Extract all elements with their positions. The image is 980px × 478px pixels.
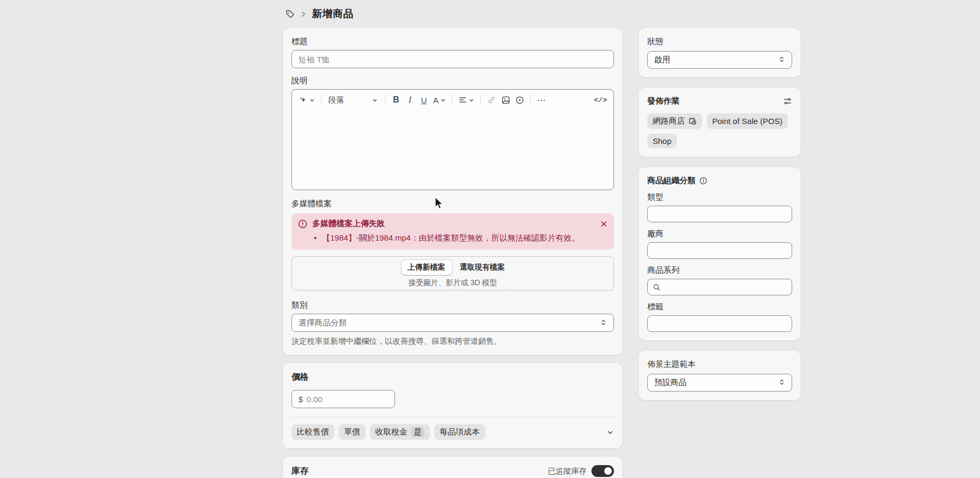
insert-video-button[interactable] (513, 92, 526, 107)
charge-tax-label: 收取稅金 (375, 427, 407, 437)
inventory-card: 庫存 已追蹤庫存 (283, 457, 623, 478)
alignment-button[interactable] (456, 92, 477, 107)
more-options-button[interactable]: ⋯ (535, 92, 548, 107)
description-label: 說明 (291, 76, 614, 86)
media-label: 多媒體檔案 (291, 199, 614, 209)
title-input[interactable] (291, 50, 614, 68)
price-card: 價格 $ 比較售價 單價 收取稅金 是 每品項成本 (283, 363, 623, 448)
tags-label: 標籤 (647, 302, 792, 312)
toolbar-divider (385, 95, 385, 105)
side-column: 狀態 啟用 發佈作業 網路商店 (639, 28, 801, 400)
schedule-icon (689, 117, 697, 125)
theme-template-label: 佈景主題範本 (647, 359, 792, 370)
track-inventory-label: 已追蹤庫存 (548, 466, 587, 476)
organization-card: 商品組織分類 類型 廠商 商品系列 (639, 167, 801, 341)
status-value: 啟用 (654, 55, 670, 65)
paragraph-style-label: 段落 (328, 95, 344, 105)
image-icon (501, 96, 510, 105)
charge-tax-chip[interactable]: 收取稅金 是 (370, 424, 430, 440)
sliders-icon[interactable] (783, 97, 792, 106)
underline-button[interactable]: U (417, 92, 431, 107)
price-header: 價格 (291, 372, 614, 383)
toolbar-divider (480, 95, 481, 105)
track-inventory-toggle[interactable] (591, 465, 614, 477)
select-chevrons-icon (778, 55, 785, 64)
chevron-down-icon (372, 97, 378, 103)
inventory-header: 庫存 (291, 466, 309, 477)
product-info-card: 標題 說明 段落 B I U (283, 28, 623, 355)
theme-template-value: 預設商品 (654, 378, 686, 388)
collections-input[interactable] (647, 279, 792, 295)
toolbar-divider (321, 95, 321, 105)
compare-at-price-chip[interactable]: 比較售價 (291, 424, 334, 440)
divider (290, 417, 615, 417)
publishing-card: 發佈作業 網路商店 Point of Sale (POS) Shop (639, 88, 801, 157)
insert-image-button[interactable] (499, 92, 513, 107)
info-icon[interactable] (699, 177, 707, 185)
title-label: 標題 (291, 37, 614, 47)
media-error-detail-text: 【1984】-關於1984.mp4：由於檔案類型無效，所以無法確認影片有效。 (322, 233, 580, 243)
text-color-button[interactable]: A (431, 92, 448, 107)
bold-button[interactable]: B (389, 92, 403, 107)
media-dropzone[interactable]: 上傳新檔案 選取現有檔案 接受圖片、影片或 3D 模型 (291, 256, 614, 291)
chevron-down-icon (440, 97, 446, 103)
price-field[interactable]: $ (291, 390, 395, 408)
description-textarea[interactable] (292, 110, 613, 190)
select-chevrons-icon (778, 378, 785, 387)
chevron-right-icon (300, 11, 307, 18)
type-label: 類型 (647, 192, 792, 202)
editor-toolbar: 段落 B I U A (292, 90, 613, 110)
status-label: 狀態 (647, 37, 792, 47)
paragraph-style-dropdown[interactable]: 段落 (325, 92, 381, 107)
channel-shop-chip[interactable]: Shop (647, 134, 677, 148)
category-select[interactable]: 選擇商品分類 (291, 314, 614, 332)
select-chevrons-icon (600, 318, 607, 328)
code-view-button[interactable]: </> (592, 92, 609, 107)
italic-button[interactable]: I (403, 92, 417, 107)
rich-text-editor: 段落 B I U A (291, 89, 614, 190)
media-error-detail: • 【1984】-關於1984.mp4：由於檔案類型無效，所以無法確認影片有效。 (314, 233, 608, 243)
upload-new-file-button[interactable]: 上傳新檔案 (401, 259, 452, 276)
toolbar-divider (530, 95, 531, 105)
link-icon (487, 96, 496, 104)
status-select[interactable]: 啟用 (647, 51, 792, 69)
media-error-title: 多媒體檔案上傳失敗 (312, 219, 595, 229)
publishing-header: 發佈作業 (647, 96, 679, 106)
media-accept-hint: 接受圖片、影片或 3D 模型 (408, 278, 498, 288)
products-tag-icon[interactable] (285, 9, 295, 19)
category-placeholder: 選擇商品分類 (298, 318, 347, 328)
align-left-icon (458, 96, 467, 104)
theme-template-card: 佈景主題範本 預設商品 (639, 351, 801, 400)
type-input[interactable] (647, 206, 792, 222)
chevron-down-icon (469, 97, 474, 103)
link-button (485, 92, 499, 107)
cost-per-item-chip[interactable]: 每品項成本 (434, 424, 485, 440)
main-column: 標題 說明 段落 B I U (283, 28, 623, 478)
unit-price-chip[interactable]: 單價 (339, 424, 365, 440)
theme-template-select[interactable]: 預設商品 (647, 374, 792, 392)
vendor-input[interactable] (647, 242, 792, 259)
organization-header: 商品組織分類 (647, 176, 696, 186)
channel-pos-chip[interactable]: Point of Sale (POS) (707, 113, 788, 129)
breadcrumb: 新增商品 (285, 6, 354, 21)
category-help-text: 決定稅率並新增中繼欄位，以改善搜尋、篩選和跨管道銷售。 (291, 336, 614, 346)
ai-sparkle-button[interactable] (296, 92, 317, 107)
price-input[interactable] (306, 395, 388, 404)
channel-online-store-chip[interactable]: 網路商店 (647, 113, 702, 129)
collections-label: 商品系列 (647, 265, 792, 276)
alert-circle-icon (298, 219, 308, 229)
page-title: 新增商品 (312, 7, 354, 21)
bullet: • (314, 233, 317, 243)
media-error-banner: 多媒體檔案上傳失敗 • 【1984】-關於1984.mp4：由於檔案類型無效，所… (291, 213, 614, 250)
vendor-label: 廠商 (647, 229, 792, 239)
chevron-down-icon (309, 97, 315, 103)
text-color-label: A (433, 96, 438, 105)
category-label: 類別 (291, 300, 614, 310)
close-icon[interactable] (600, 220, 608, 228)
tags-input[interactable] (647, 315, 792, 332)
toolbar-divider (452, 95, 452, 105)
select-existing-file-button[interactable]: 選取現有檔案 (460, 263, 505, 272)
collapse-chevron-icon[interactable] (606, 429, 614, 436)
currency-prefix: $ (298, 395, 303, 404)
charge-tax-value: 是 (411, 427, 425, 437)
